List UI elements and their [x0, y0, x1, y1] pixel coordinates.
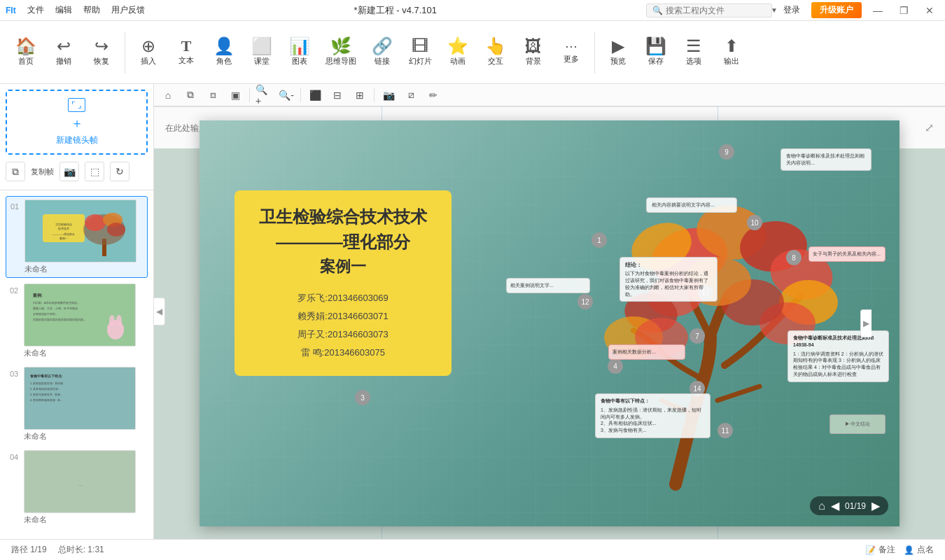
svg-point-18 [109, 315, 115, 326]
svg-text:后面后面后面后面后面后面后面后面后面...: 后面后面后面后面后面后面后面后面后面... [33, 318, 85, 321]
canvas-separator-1 [249, 88, 250, 102]
canvas-copy2-icon[interactable]: ⧈ [204, 87, 221, 104]
canvas-zoom-out-icon[interactable]: 🔍- [278, 87, 295, 104]
node-tag-label: ▶ 中文结论 [845, 421, 871, 428]
canvas-zoom-in-icon[interactable]: 🔍+ [255, 87, 272, 104]
toolbar-undo[interactable]: ↩ 撤销 [46, 28, 81, 77]
toolbar-interact-label: 交互 [488, 56, 503, 66]
slide-icon: 🎞 [412, 38, 428, 55]
toolbar-options[interactable]: ☰ 选项 [676, 28, 711, 77]
toolbar-interact[interactable]: 👆 交互 [478, 28, 513, 77]
background-icon: 🖼 [525, 38, 542, 55]
export-icon: ⬆ [724, 38, 738, 55]
sidebar-collapse-button[interactable]: ◀ [154, 298, 165, 326]
menu-edit[interactable]: 编辑 [55, 4, 72, 16]
toolbar-background[interactable]: 🖼 背景 [516, 28, 551, 77]
toolbar-link[interactable]: 🔗 链接 [365, 28, 400, 77]
slide-item-2[interactable]: 02 案例: 日日前，A市出现多例案件发生情况... 重要人物、大豆、小鸡、叶片… [6, 281, 148, 361]
navigator: ⌂ ◀ 01/19 ▶ [810, 496, 888, 515]
canvas-align-left-icon[interactable]: ⬛ [307, 87, 323, 104]
slide-thumb-3: 食物中毒有以下特点: 1. 发病急剧发性强: 潜伏期... 2. 具有相似的临床… [24, 367, 136, 430]
toolbar-role[interactable]: 👤 角色 [206, 28, 241, 77]
node-circle-1: 1 [592, 232, 607, 248]
svg-text:技术技术: 技术技术 [57, 227, 69, 230]
author-2: 赖秀娟:201346603071 [246, 307, 440, 326]
toolbar-more[interactable]: ⋯ 更多 [554, 28, 589, 77]
interact-icon: 👆 [485, 38, 506, 55]
fit-button[interactable]: ⬚ [85, 162, 104, 181]
notes-expand-icon[interactable]: ⤢ [925, 121, 934, 134]
title-bar: FIt 文件 编辑 帮助 用户反馈 *新建工程 - v4.7.101 🔍 ▼ 登… [0, 0, 945, 21]
frame-corner-icon: ⌜ ⌟ [68, 98, 85, 112]
canvas-edit-icon[interactable]: ✏ [425, 87, 442, 104]
note-button[interactable]: 📝 备注 [865, 544, 895, 556]
toolbar-mindmap[interactable]: 🌿 思维导图 [320, 28, 362, 77]
nav-prev-icon[interactable]: ◀ [831, 499, 839, 512]
toolbar-export[interactable]: ⬆ 输出 [714, 28, 749, 77]
node-card-14-text: 案例相关数据分析... [612, 349, 681, 356]
toolbar-class[interactable]: ⬜ 课堂 [244, 28, 279, 77]
menu-help[interactable]: 帮助 [83, 4, 100, 16]
maximize-button[interactable]: ❐ [894, 5, 914, 16]
slide-main-box: 卫生检验综合技术技术 ————理化部分 案例一 罗乐飞:201346603069… [234, 190, 451, 376]
rotate-button[interactable]: ↻ [110, 162, 130, 181]
slide-title-3: 未命名 [24, 431, 145, 442]
toolbar-chart[interactable]: 📊 图表 [282, 28, 317, 77]
canvas-camera2-icon[interactable]: 📷 [380, 87, 397, 104]
canvas-separator-2 [300, 88, 301, 102]
canvas-frame-icon[interactable]: ▣ [227, 87, 244, 104]
copy-frame-button[interactable]: ⧉ [6, 162, 25, 181]
canvas-home-icon[interactable]: ⌂ [160, 87, 176, 104]
login-button[interactable]: 登录 [778, 3, 806, 18]
sidebar-tools: ⧉ 复制帧 📷 ⬚ ↻ [6, 159, 148, 184]
point-button[interactable]: 👤 点名 [904, 544, 934, 556]
canvas-align-icon[interactable]: ⊟ [329, 87, 346, 104]
slide-authors: 罗乐飞:201346603069 赖秀娟:201346603071 周子又:20… [246, 289, 440, 362]
slide-item-3[interactable]: 03 食物中毒有以下特点: 1. 发病急剧发性强: 潜伏期... 2. 具有相似… [6, 364, 148, 444]
search-dropdown-icon[interactable]: ▼ [771, 6, 778, 14]
search-box[interactable]: 🔍 ▼ [646, 4, 772, 18]
slide-item-4[interactable]: 04 ... 未命名 [6, 447, 148, 528]
toolbar-preview[interactable]: ▶ 预览 [601, 28, 636, 77]
upgrade-button[interactable]: 升级账户 [811, 2, 862, 18]
right-expand-button[interactable]: ▶ [860, 309, 872, 337]
toolbar-animate[interactable]: ⭐ 动画 [440, 28, 475, 77]
close-button[interactable]: ✕ [920, 5, 939, 16]
menu-feedback[interactable]: 用户反馈 [111, 4, 145, 16]
menu-file[interactable]: 文件 [27, 4, 44, 16]
toolbar-text[interactable]: T 文本 [169, 28, 204, 77]
canvas-content[interactable]: 9 10 8 17 7 14 11 4 12 1 3 卫生检验综合技术技术 ——… [154, 106, 945, 539]
options-icon: ☰ [686, 38, 701, 55]
canvas-layer-icon[interactable]: ⧄ [402, 87, 419, 104]
search-input[interactable] [666, 6, 771, 15]
nav-home-icon[interactable]: ⌂ [818, 500, 825, 512]
status-left: 路径 1/19 总时长: 1:31 [11, 544, 104, 556]
slide-case-text: 案例一 [246, 255, 440, 278]
role-icon: 👤 [214, 38, 234, 55]
new-frame-button[interactable]: ⌜ ⌟ ＋ 新建镜头帧 [6, 90, 148, 155]
canvas-distribute-icon[interactable]: ⊞ [351, 87, 368, 104]
toolbar-redo[interactable]: ↪ 恢复 [84, 28, 119, 77]
toolbar-save[interactable]: 💾 保存 [638, 28, 673, 77]
slide-title-2: 未命名 [24, 348, 145, 358]
toolbar-text-label: 文本 [178, 55, 194, 66]
canvas-area: ⌂ ⧉ ⧈ ▣ 🔍+ 🔍- ⬛ ⊟ ⊞ 📷 ⧄ ✏ [154, 84, 945, 539]
camera-button[interactable]: 📷 [59, 162, 79, 181]
title-right: 🔍 ▼ 登录 升级账户 — ❐ ✕ [646, 2, 939, 18]
node-circle-12: 12 [578, 294, 593, 309]
project-title: *新建工程 - v4.7.101 [354, 4, 438, 17]
toolbar-home[interactable]: 🏠 首页 [8, 28, 43, 77]
toolbar-redo-label: 恢复 [94, 56, 109, 66]
nav-next-icon[interactable]: ▶ [872, 499, 880, 512]
toolbar-slide[interactable]: 🎞 幻灯片 [402, 28, 438, 77]
redo-icon: ↪ [94, 38, 108, 55]
node-circle-10: 10 [747, 215, 762, 230]
note-label: 备注 [878, 544, 895, 556]
minimize-button[interactable]: — [867, 5, 888, 16]
canvas-copy-icon[interactable]: ⧉ [182, 87, 199, 104]
slide-item-1[interactable]: 01 卫生检验综合 技术技术 ————理化部分 案例一 [6, 196, 148, 278]
slide-canvas[interactable]: 9 10 8 17 7 14 11 4 12 1 3 卫生检验综合技术技术 ——… [200, 120, 899, 526]
toolbar-insert[interactable]: ⊕ 插入 [131, 28, 166, 77]
slide-title-text: 卫生检验综合技术技术 [246, 204, 440, 230]
svg-text:2. 具有相似的临床症状...: 2. 具有相似的临床症状... [30, 387, 61, 391]
